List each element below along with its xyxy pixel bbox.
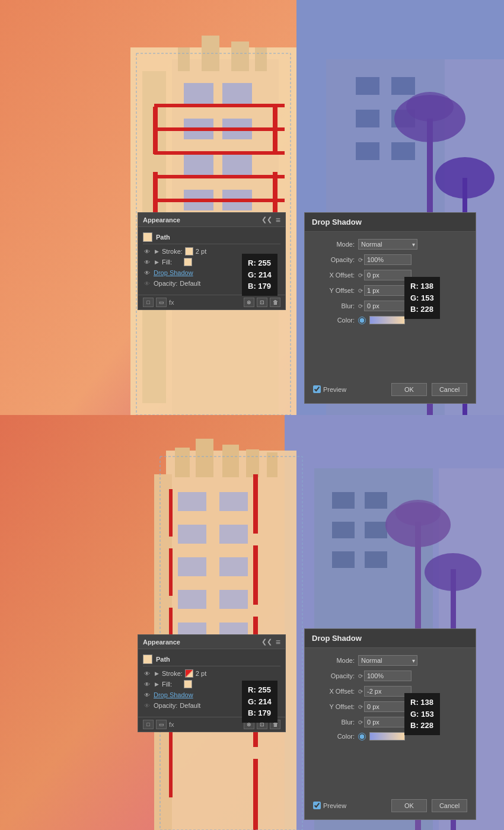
color-radio-2[interactable] [358, 733, 366, 740]
dialog-rgb-g-1: G: 153 [410, 292, 434, 304]
cancel-button-2[interactable]: Cancel [432, 799, 467, 812]
svg-point-87 [425, 553, 481, 591]
svg-rect-47 [196, 439, 213, 477]
arrow-icon-fill-2[interactable]: ▶ [154, 681, 160, 687]
header-icons-2: ❮❮ ≡ [261, 637, 280, 647]
collapse-icon-1[interactable]: ❮❮ [261, 216, 272, 224]
svg-point-85 [395, 500, 441, 526]
dup-icon-1[interactable]: ⊡ [257, 298, 267, 307]
fill-label-1: Fill: [162, 258, 172, 266]
mode-select-2[interactable]: Normal [358, 655, 417, 666]
rgb-b-2: B: 179 [248, 707, 272, 719]
eye-icon-opacity-1[interactable]: 👁 [143, 279, 151, 288]
collapse-icon-2[interactable]: ❮❮ [261, 638, 272, 646]
eye-icon-opacity-2[interactable]: 👁 [143, 701, 151, 710]
btn-group-2: OK Cancel [391, 799, 467, 812]
blur-spinner-2[interactable]: ⟳ [358, 719, 363, 726]
svg-rect-13 [184, 154, 213, 175]
eye-icon-fill-2[interactable]: 👁 [143, 680, 151, 688]
xoffset-label-1: X Offset: [313, 272, 355, 279]
mode-select-wrapper-1[interactable]: Normal [358, 239, 417, 250]
svg-point-40 [435, 157, 495, 199]
fill-swatch-2[interactable] [184, 680, 192, 688]
yoffset-spinner-1[interactable]: ⟳ [358, 288, 363, 294]
dialog-header-2: Drop Shadow [305, 629, 476, 648]
rgb-r-1: R: 255 [248, 257, 272, 269]
svg-rect-14 [222, 154, 252, 175]
delete-icon-1[interactable]: ⊗ [244, 298, 254, 307]
mode-row-2: Mode: Normal [313, 655, 467, 666]
drop-shadow-dialog-1: Drop Shadow Mode: Normal Opacity: ⟳ [304, 212, 476, 404]
svg-rect-65 [253, 474, 258, 534]
color-preview-1[interactable] [369, 316, 405, 324]
panel-header-1: Appearance ❮❮ ≡ [138, 213, 285, 227]
path-label-2: Path [156, 656, 170, 663]
opacity-dialog-row-1: Opacity: ⟳ [313, 254, 467, 265]
color-input-group-2 [358, 732, 405, 740]
eye-icon-fill-1[interactable]: 👁 [143, 258, 151, 266]
color-row-1: Color: [313, 316, 467, 324]
drop-shadow-link-2[interactable]: Drop Shadow [154, 691, 193, 698]
mode-label-1: Mode: [313, 241, 355, 248]
rgb-info-2: R: 255 G: 214 B: 179 [242, 681, 277, 723]
mode-select-1[interactable]: Normal [358, 239, 417, 250]
menu-icon-1[interactable]: ≡ [276, 215, 280, 225]
svg-rect-34 [391, 142, 415, 160]
dialog-rgb-r-2: R: 138 [410, 697, 434, 708]
eye-icon-ds-2[interactable]: 👁 [143, 691, 151, 699]
xoffset-spinner-1[interactable]: ⟳ [358, 272, 363, 279]
new-layer-icon-1[interactable]: □ [143, 298, 154, 307]
svg-rect-25 [154, 151, 285, 155]
xoffset-spinner-2[interactable]: ⟳ [358, 688, 363, 695]
xoffset-input-group-1: ⟳ [358, 270, 412, 280]
eye-icon-ds-1[interactable]: 👁 [143, 269, 151, 277]
trash-icon-1[interactable]: 🗑 [270, 298, 280, 307]
add-effect-icon-1[interactable]: ▭ [156, 298, 167, 307]
color-radio-1[interactable] [358, 317, 366, 324]
preview-checkbox-1[interactable] [313, 385, 321, 393]
preview-checkbox-2[interactable] [313, 802, 321, 809]
opacity-spinner-icon-2[interactable]: ⟳ [358, 673, 363, 679]
ok-button-1[interactable]: OK [391, 383, 427, 396]
fx-icon-2[interactable]: fx [169, 721, 174, 728]
svg-rect-5 [178, 47, 190, 71]
drop-shadow-link-1[interactable]: Drop Shadow [154, 269, 193, 276]
path-color-swatch-2 [143, 655, 152, 664]
svg-rect-49 [246, 449, 259, 477]
blur-spinner-1[interactable]: ⟳ [358, 303, 363, 309]
yoffset-spinner-2[interactable]: ⟳ [358, 704, 363, 710]
svg-rect-69 [253, 759, 258, 830]
new-layer-icon-2[interactable]: □ [143, 720, 154, 729]
opacity-input-1[interactable] [364, 254, 412, 265]
section-2: Appearance ❮❮ ≡ Path 👁 ▶ Stroke: 2 pt [0, 415, 504, 830]
arrow-icon-stroke-2[interactable]: ▶ [154, 671, 160, 676]
ok-button-2[interactable]: OK [391, 799, 427, 812]
preview-check-2[interactable]: Preview [313, 802, 346, 809]
svg-rect-78 [332, 522, 355, 538]
stroke-swatch-2[interactable] [185, 669, 193, 678]
stroke-swatch-1[interactable] [185, 247, 193, 256]
preview-check-1[interactable]: Preview [313, 385, 346, 393]
svg-rect-54 [178, 590, 206, 609]
fx-icon-1[interactable]: fx [169, 299, 174, 306]
svg-rect-7 [231, 42, 249, 71]
color-preview-2[interactable] [369, 732, 405, 740]
fill-swatch-1[interactable] [184, 258, 192, 266]
arrow-icon-stroke-1[interactable]: ▶ [154, 248, 160, 254]
rgb-info-1: R: 255 G: 214 B: 179 [242, 254, 277, 296]
cancel-button-1[interactable]: Cancel [432, 383, 467, 396]
eye-icon-stroke-2[interactable]: 👁 [143, 669, 151, 678]
arrow-icon-fill-1[interactable]: ▶ [154, 259, 160, 265]
dialog-rgb-b-1: B: 228 [410, 304, 434, 315]
svg-rect-23 [154, 104, 285, 107]
yoffset-input-group-2: ⟳ [358, 701, 412, 712]
opacity-input-2[interactable] [364, 671, 412, 681]
xoffset-row-1: X Offset: ⟳ [313, 270, 467, 280]
xoffset-label-2: X Offset: [313, 688, 355, 695]
menu-icon-2[interactable]: ≡ [276, 637, 280, 647]
eye-icon-stroke-1[interactable]: 👁 [143, 247, 151, 256]
opacity-spinner-icon-1[interactable]: ⟳ [358, 257, 363, 263]
add-effect-icon-2[interactable]: ▭ [156, 720, 167, 729]
mode-select-wrapper-2[interactable]: Normal [358, 655, 417, 666]
svg-rect-66 [253, 545, 258, 605]
